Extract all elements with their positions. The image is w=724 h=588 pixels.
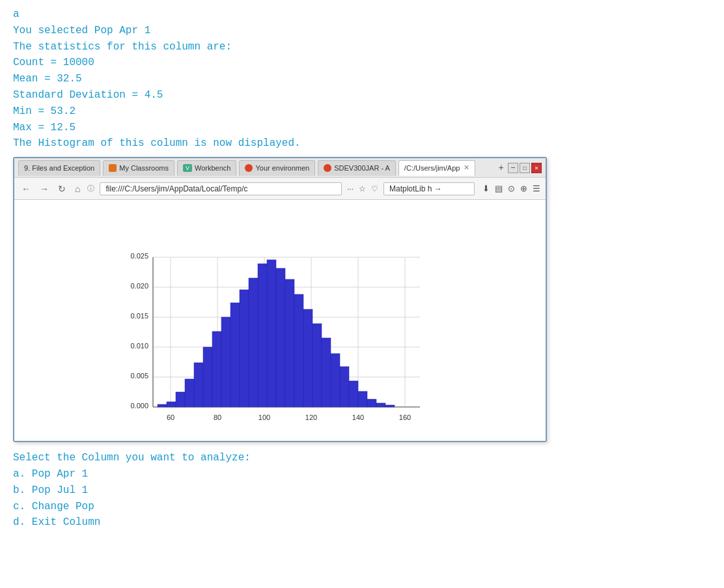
window-controls: + — ☐ ✕ [496, 163, 542, 173]
svg-rect-32 [212, 331, 221, 407]
sdev-icon [324, 164, 331, 172]
classrooms-icon [109, 164, 117, 172]
svg-text:0.025: 0.025 [130, 252, 148, 260]
line-min: Min = 53.2 [13, 104, 711, 120]
lock-icon: ⓘ [87, 184, 94, 193]
tab-classrooms-label: My Classrooms [119, 164, 169, 172]
svg-rect-42 [303, 309, 313, 407]
svg-rect-40 [285, 279, 294, 407]
line-max: Max = 12.5 [13, 120, 711, 136]
menu-option-c[interactable]: c. Change Pop [13, 499, 711, 515]
svg-rect-26 [158, 404, 167, 407]
svg-rect-28 [176, 392, 185, 407]
svg-text:60: 60 [167, 413, 174, 421]
line-selected: You selected Pop Apr 1 [13, 23, 711, 39]
svg-rect-50 [376, 403, 385, 407]
svg-rect-29 [185, 379, 194, 407]
browser-titlebar: 9. Files and Exception My Classrooms V W… [14, 158, 546, 178]
svg-rect-49 [367, 399, 376, 407]
menu-option-a[interactable]: a. Pop Apr 1 [13, 466, 711, 483]
tab-workbench[interactable]: V Workbench [177, 160, 236, 176]
collections-icon[interactable]: ♡ [371, 184, 378, 193]
line-a: a [13, 7, 711, 23]
histogram-svg: 0.000 0.005 0.010 0.015 0.020 0.025 60 8… [124, 213, 436, 421]
download-icon[interactable]: ⬇ [482, 184, 490, 193]
svg-rect-51 [385, 405, 395, 407]
svg-text:100: 100 [258, 413, 270, 421]
svg-text:0.005: 0.005 [130, 372, 148, 380]
svg-rect-33 [221, 317, 230, 407]
tab-close-icon[interactable]: ✕ [464, 163, 469, 172]
terminal-output: a You selected Pop Apr 1 The statistics … [13, 7, 711, 152]
svg-rect-45 [331, 354, 340, 407]
menu-prompt: Select the Column you want to analyze: [13, 450, 711, 466]
tab-sdev-label: SDEV300JAR - A [334, 164, 390, 172]
tab-workbench-label: Workbench [195, 164, 230, 172]
line-stddev: Standard Deviation = 4.5 [13, 87, 711, 104]
settings-icon[interactable]: ☰ [533, 184, 540, 193]
svg-rect-43 [313, 324, 322, 407]
reader-icon[interactable]: ☆ [359, 184, 366, 193]
svg-text:0.000: 0.000 [130, 402, 148, 410]
tab-active[interactable]: /C:/Users/jim/App ✕ [398, 160, 476, 176]
svg-text:0.020: 0.020 [130, 282, 148, 290]
menu-option-d[interactable]: d. Exit Column [13, 514, 711, 531]
histogram-bars [158, 260, 395, 407]
svg-text:80: 80 [214, 413, 221, 421]
tab-files-label: 9. Files and Exception [24, 164, 94, 172]
svg-rect-37 [258, 264, 267, 407]
svg-rect-30 [194, 363, 203, 407]
forward-button[interactable]: → [38, 184, 51, 194]
svg-rect-36 [249, 278, 258, 407]
svg-text:0.015: 0.015 [130, 312, 148, 320]
browser-content: 0.000 0.005 0.010 0.015 0.020 0.025 60 8… [14, 200, 546, 441]
bookmark-icon[interactable]: ··· [347, 184, 354, 193]
svg-text:120: 120 [305, 413, 317, 421]
tab-active-label: /C:/Users/jim/App [404, 164, 460, 172]
tab-environment[interactable]: Your environmen [239, 160, 315, 176]
extensions-icon[interactable]: ⊕ [520, 184, 527, 193]
svg-rect-27 [167, 402, 176, 407]
svg-rect-34 [230, 303, 240, 407]
svg-rect-31 [203, 347, 212, 407]
close-button[interactable]: ✕ [531, 163, 542, 173]
svg-rect-46 [340, 367, 349, 407]
line-stats: The statistics for this column are: [13, 39, 711, 55]
workbench-icon: V [183, 164, 192, 172]
address-input[interactable] [100, 182, 342, 195]
browser-window: 9. Files and Exception My Classrooms V W… [13, 157, 547, 442]
restore-button[interactable]: ☐ [520, 163, 530, 173]
home-button[interactable]: ⌂ [73, 184, 82, 194]
svg-rect-39 [276, 268, 285, 407]
svg-rect-44 [322, 338, 331, 407]
profile-icon[interactable]: ⊙ [508, 184, 515, 193]
svg-text:140: 140 [352, 413, 364, 421]
add-tab-icon[interactable]: + [496, 163, 507, 173]
svg-rect-41 [294, 294, 303, 407]
back-button[interactable]: ← [20, 184, 33, 194]
refresh-button[interactable]: ↻ [56, 184, 68, 194]
svg-rect-35 [240, 290, 249, 407]
svg-text:0.010: 0.010 [130, 342, 148, 350]
menu-section: Select the Column you want to analyze: a… [13, 450, 711, 531]
svg-rect-38 [267, 260, 276, 407]
line-histogram: The Histogram of this column is now disp… [13, 135, 711, 152]
menu-option-b[interactable]: b. Pop Jul 1 [13, 483, 711, 499]
histogram-chart: 0.000 0.005 0.010 0.015 0.020 0.025 60 8… [124, 213, 436, 421]
tab-environment-label: Your environmen [255, 164, 309, 172]
tab-sdev[interactable]: SDEV300JAR - A [318, 160, 396, 176]
tab-files[interactable]: 9. Files and Exception [18, 160, 100, 176]
line-count: Count = 10000 [13, 55, 711, 71]
svg-rect-48 [358, 391, 367, 407]
search-input[interactable] [383, 182, 475, 195]
svg-text:160: 160 [399, 413, 411, 421]
minimize-button[interactable]: — [508, 163, 518, 173]
tab-classrooms[interactable]: My Classrooms [103, 160, 174, 176]
line-mean: Mean = 32.5 [13, 71, 711, 87]
browser-addressbar: ← → ↻ ⌂ ⓘ ··· ☆ ♡ ⬇ ▤ ⊙ ⊕ ☰ [14, 178, 546, 200]
favorites-icon[interactable]: ▤ [495, 184, 503, 193]
environment-icon [245, 164, 253, 172]
svg-rect-47 [349, 381, 358, 407]
